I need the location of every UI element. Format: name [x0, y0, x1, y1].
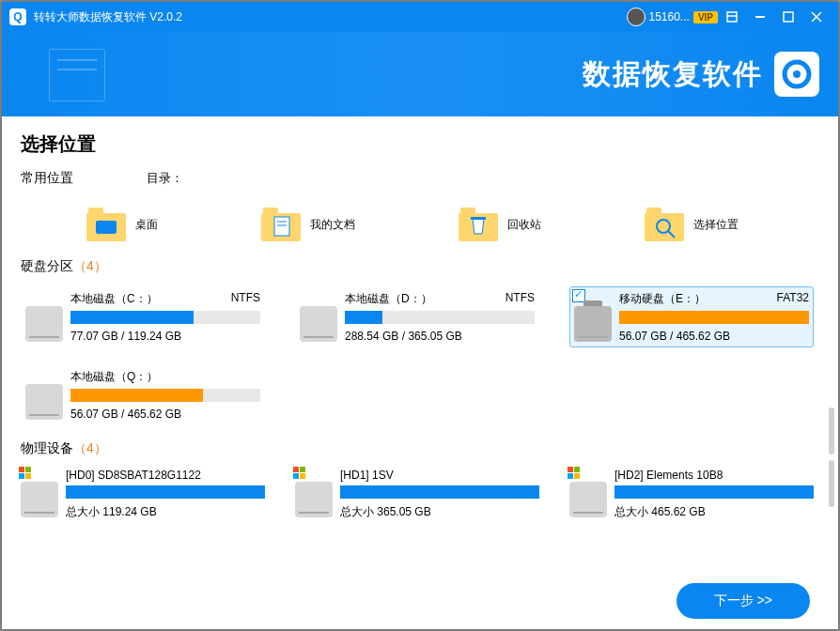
app-logo-icon: Q — [9, 8, 26, 25]
banner-decor-icon — [49, 49, 105, 101]
usage-bar — [340, 485, 539, 499]
username: 15160... — [649, 10, 690, 23]
partition-size: 77.07 GB / 119.24 GB — [70, 330, 260, 343]
common-item-label: 我的文档 — [310, 217, 355, 233]
folder-icon — [261, 208, 301, 241]
common-item-label: 选择位置 — [693, 217, 739, 233]
common-documents[interactable]: 我的文档 — [261, 208, 355, 241]
partition-item[interactable]: 本地磁盘（C：）NTFS77.07 GB / 119.24 GB — [21, 286, 265, 347]
directory-label: 目录： — [147, 170, 183, 187]
app-title: 转转大师数据恢复软件 V2.0.2 — [34, 9, 182, 25]
avatar[interactable] — [627, 8, 646, 26]
usage-bar — [345, 311, 535, 324]
windows-icon — [293, 467, 306, 480]
device-size: 总大小 119.24 GB — [66, 504, 265, 520]
folder-icon — [645, 208, 684, 241]
physical-device-item[interactable]: [HD2] Elements 10B8总大小 465.62 GB — [569, 469, 814, 520]
windows-icon — [19, 467, 32, 480]
partition-name: 本地磁盘（Q：） — [70, 369, 158, 385]
physical-section-label: 物理设备 — [21, 440, 73, 455]
usage-bar — [614, 485, 814, 499]
partition-name: 移动硬盘（E：） — [619, 291, 706, 307]
partition-size: 56.07 GB / 465.62 GB — [619, 330, 809, 343]
banner-title: 数据恢复软件 — [583, 55, 763, 94]
banner: 数据恢复软件 — [2, 32, 838, 116]
vip-badge: VIP — [693, 11, 718, 23]
partition-fs: NTFS — [506, 291, 535, 307]
disk-icon — [300, 306, 337, 342]
svg-rect-9 — [274, 217, 289, 236]
usage-bar — [70, 311, 260, 324]
svg-rect-3 — [784, 12, 793, 22]
partition-count: （4） — [73, 258, 107, 273]
disk-icon — [295, 482, 333, 517]
physical-device-item[interactable]: [HD1] 1SV总大小 365.05 GB — [295, 469, 539, 520]
windows-icon — [568, 467, 581, 480]
disk-icon — [569, 482, 607, 517]
banner-app-icon — [774, 52, 819, 97]
partition-size: 56.07 GB / 465.62 GB — [70, 408, 260, 421]
svg-rect-12 — [471, 217, 486, 220]
svg-point-13 — [657, 220, 670, 233]
disk-icon — [25, 306, 63, 342]
svg-point-7 — [793, 70, 801, 78]
partition-fs: NTFS — [231, 291, 260, 307]
page-title: 选择位置 — [21, 131, 819, 157]
common-section-label: 常用位置 — [21, 170, 73, 187]
usage-bar — [66, 485, 265, 499]
settings-button[interactable] — [718, 3, 746, 31]
scrollbar[interactable] — [829, 460, 834, 507]
svg-rect-0 — [727, 12, 737, 22]
usage-bar — [70, 389, 260, 402]
common-item-label: 回收站 — [507, 217, 541, 233]
partition-size: 288.54 GB / 365.05 GB — [345, 330, 535, 343]
device-size: 总大小 465.62 GB — [614, 504, 814, 520]
physical-device-item[interactable]: [HD0] SD8SBAT128G1122总大小 119.24 GB — [21, 469, 265, 520]
common-item-label: 桌面 — [135, 217, 158, 233]
partition-name: 本地磁盘（C：） — [70, 291, 158, 307]
disk-icon — [25, 384, 63, 420]
scrollbar[interactable] — [829, 408, 834, 454]
usage-bar — [619, 311, 809, 324]
device-name: [HD0] SD8SBAT128G1122 — [66, 469, 201, 482]
device-name: [HD1] 1SV — [340, 469, 394, 482]
titlebar: Q 转转大师数据恢复软件 V2.0.2 15160... VIP — [2, 2, 838, 32]
common-recycle-bin[interactable]: 回收站 — [459, 208, 541, 241]
partition-item[interactable]: 本地磁盘（Q：）56.07 GB / 465.62 GB — [21, 364, 265, 425]
partition-item[interactable]: 本地磁盘（D：）NTFS288.54 GB / 365.05 GB — [295, 286, 539, 347]
close-button[interactable] — [802, 3, 831, 31]
physical-count: （4） — [73, 440, 107, 455]
device-size: 总大小 365.05 GB — [340, 504, 539, 520]
maximize-button[interactable] — [774, 3, 802, 31]
disk-icon — [574, 306, 612, 342]
partition-name: 本地磁盘（D：） — [345, 291, 432, 307]
next-button[interactable]: 下一步 >> — [677, 583, 810, 619]
partition-item[interactable]: 移动硬盘（E：）FAT3256.07 GB / 465.62 GB — [569, 286, 814, 347]
folder-icon — [459, 208, 498, 241]
partition-fs: FAT32 — [777, 291, 809, 307]
disk-icon — [21, 482, 58, 517]
folder-icon — [86, 208, 126, 241]
partition-section-label: 硬盘分区 — [21, 258, 73, 273]
svg-rect-8 — [96, 221, 117, 234]
common-desktop[interactable]: 桌面 — [86, 208, 158, 241]
minimize-button[interactable] — [746, 3, 774, 31]
device-name: [HD2] Elements 10B8 — [614, 469, 723, 482]
common-choose-location[interactable]: 选择位置 — [645, 208, 739, 241]
svg-line-14 — [668, 231, 675, 238]
